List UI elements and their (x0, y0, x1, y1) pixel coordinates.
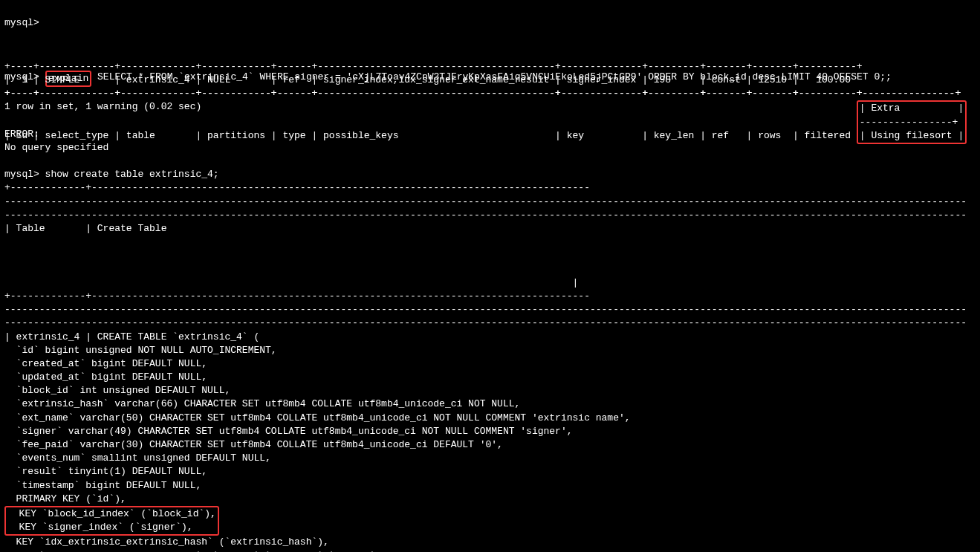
explain-row: | 1 | SIMPLE | extrinsic_4 | NULL | ref … (4, 74, 857, 85)
mysql-prompt: mysql> (4, 17, 39, 28)
highlight-keys: KEY `block_id_index` (`block_id`), KEY `… (4, 506, 219, 536)
table-border: ----------------------------------------… (4, 317, 967, 328)
table-border: ----------------------------------------… (4, 210, 967, 221)
column-def: `signer` varchar(49) CHARACTER SET utf8m… (4, 426, 573, 437)
column-def: `created_at` bigint DEFAULT NULL, (4, 358, 207, 369)
blank-cell: | (4, 277, 578, 288)
column-def: `block_id` int unsigned DEFAULT NULL, (4, 385, 230, 396)
create-table-header: | Table | Create Table (4, 223, 166, 234)
column-def: `result` tinyint(1) DEFAULT NULL, (4, 466, 207, 477)
key-def: KEY `block_id_index` (`block_id`), (7, 508, 216, 519)
primary-key: PRIMARY KEY (`id`), (4, 493, 126, 504)
column-def: `fee_paid` varchar(30) CHARACTER SET utf… (4, 439, 503, 450)
table-border: +-------------+-------------------------… (4, 290, 590, 302)
table-border: +----+-------------+-------------+------… (4, 88, 961, 99)
key-def: KEY `signer_index` (`signer`), (7, 522, 193, 533)
column-def: `ext_name` varchar(50) CHARACTER SET utf… (4, 412, 631, 423)
table-border: +----+-------------+-------------+------… (4, 61, 863, 72)
create-table-start: | extrinsic_4 | CREATE TABLE `extrinsic_… (4, 331, 259, 342)
error-message: No query specified (4, 142, 108, 153)
table-border: ----------------------------------------… (4, 196, 967, 207)
error-label: ERROR: (4, 129, 39, 140)
key-def: KEY `idx_extrinsic_extrinsic_hash` (`ext… (4, 536, 329, 548)
show-create-command: mysql> show create table extrinsic_4; (4, 169, 219, 180)
table-border: +-------------+-------------------------… (4, 182, 590, 193)
terminal-overlay: mysql> explain SELECT * FROM `extrinsic_… (4, 3, 967, 552)
column-def: `timestamp` bigint DEFAULT NULL, (4, 480, 201, 491)
column-def: `extrinsic_hash` varchar(66) CHARACTER S… (4, 398, 520, 409)
column-def: `events_num` smallint unsigned DEFAULT N… (4, 452, 271, 464)
column-def: `updated_at` bigint DEFAULT NULL, (4, 371, 207, 383)
explain-result: 1 row in set, 1 warning (0.02 sec) (4, 101, 201, 112)
table-border: ----------------------------------------… (4, 304, 967, 315)
column-def: `id` bigint unsigned NOT NULL AUTO_INCRE… (4, 345, 277, 356)
